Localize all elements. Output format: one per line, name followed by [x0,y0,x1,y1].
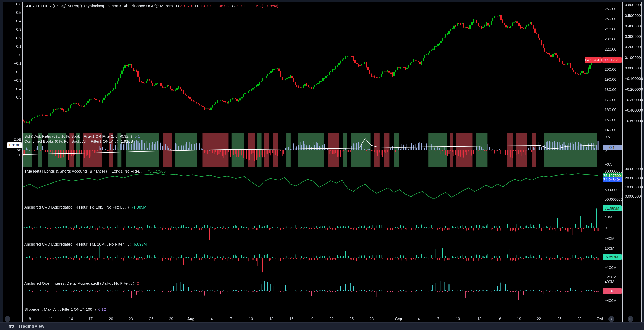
tradingview-brand[interactable]: TradingView [18,324,44,329]
chart-canvas[interactable] [0,0,644,330]
left-price-scale[interactable] [3,2,22,316]
timezone-button-label: Z [6,317,8,321]
scale-a-button[interactable]: A [608,316,614,322]
timezone-button[interactable]: Z [5,316,10,322]
scale-b-button[interactable]: B [628,316,633,322]
time-axis[interactable] [3,316,642,322]
price-scale-a[interactable] [602,2,622,316]
scale-b-label: B [629,317,632,321]
bottom-bar: TradingView [0,322,644,330]
scale-a-label: A [610,317,613,321]
tradingview-logo-icon[interactable] [9,324,16,329]
price-scale-b[interactable] [622,2,642,316]
tradingview-chart-window: 0.60.50.40.30.20.10−0.1−0.2−0.3−0.4−0.52… [0,0,644,330]
